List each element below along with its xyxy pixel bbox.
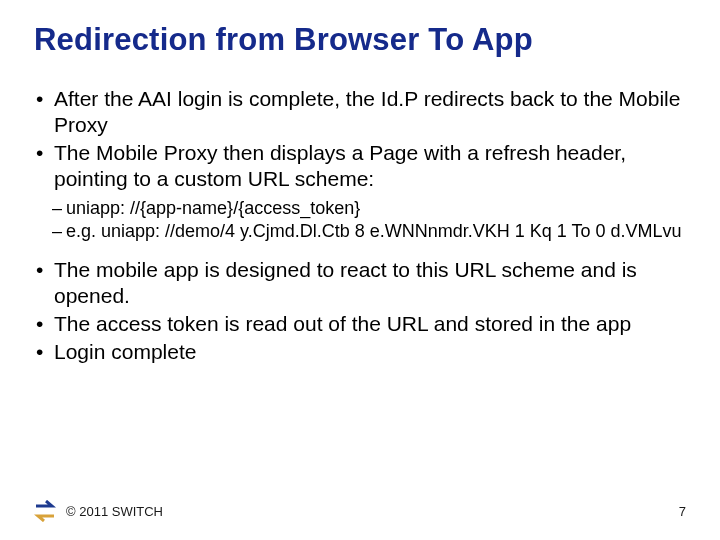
bullet-item: The access token is read out of the URL … [36, 311, 686, 337]
slide-body: After the AAI login is complete, the Id.… [36, 86, 686, 193]
sub-item: uniapp: //{app-name}/{access_token} [52, 197, 686, 220]
switch-logo-icon [34, 500, 56, 522]
bullet-text: The mobile app is designed to react to t… [54, 258, 637, 307]
bullet-item: Login complete [36, 339, 686, 365]
sub-text: e.g. uniapp: //demo/4 y.Cjmd.Dl.Ctb 8 e.… [66, 221, 682, 241]
page-number: 7 [679, 504, 686, 519]
bullet-text: Login complete [54, 340, 196, 363]
bullet-text: After the AAI login is complete, the Id.… [54, 87, 680, 136]
sub-item: e.g. uniapp: //demo/4 y.Cjmd.Dl.Ctb 8 e.… [52, 220, 686, 243]
slide-title: Redirection from Browser To App [34, 22, 686, 58]
footer-left: © 2011 SWITCH [34, 500, 163, 522]
spacer [34, 249, 686, 257]
sub-list: uniapp: //{app-name}/{access_token} e.g.… [52, 197, 686, 243]
slide: Redirection from Browser To App After th… [0, 0, 720, 540]
bullet-item: After the AAI login is complete, the Id.… [36, 86, 686, 139]
bullet-text: The access token is read out of the URL … [54, 312, 631, 335]
copyright-text: © 2011 SWITCH [66, 504, 163, 519]
bullet-item: The Mobile Proxy then displays a Page wi… [36, 140, 686, 193]
slide-footer: © 2011 SWITCH 7 [34, 500, 686, 522]
bullet-item: The mobile app is designed to react to t… [36, 257, 686, 310]
slide-body-2: The mobile app is designed to react to t… [36, 257, 686, 366]
sub-text: uniapp: //{app-name}/{access_token} [66, 198, 360, 218]
bullet-text: The Mobile Proxy then displays a Page wi… [54, 141, 626, 190]
